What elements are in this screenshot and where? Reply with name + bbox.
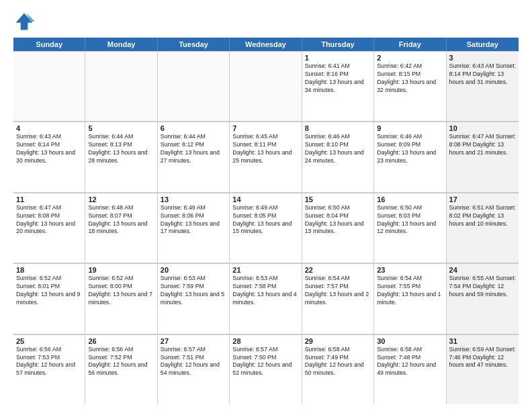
day-cell-31: 31Sunrise: 6:59 AM Sunset: 7:46 PM Dayli… [447, 334, 519, 404]
day-info: Sunrise: 6:46 AM Sunset: 8:09 PM Dayligh… [377, 133, 443, 165]
day-number: 26 [88, 337, 154, 345]
day-number: 17 [449, 195, 516, 203]
day-cell-2: 2Sunrise: 6:42 AM Sunset: 8:15 PM Daylig… [374, 51, 446, 121]
day-cell-11: 11Sunrise: 6:47 AM Sunset: 8:08 PM Dayli… [13, 193, 85, 263]
day-cell-21: 21Sunrise: 6:53 AM Sunset: 7:58 PM Dayli… [230, 263, 302, 333]
day-number: 30 [377, 337, 443, 345]
day-cell-10: 10Sunrise: 6:47 AM Sunset: 8:08 PM Dayli… [447, 122, 519, 191]
day-info: Sunrise: 6:55 AM Sunset: 7:54 PM Dayligh… [449, 275, 516, 299]
day-number: 16 [377, 195, 443, 203]
day-info: Sunrise: 6:49 AM Sunset: 8:05 PM Dayligh… [232, 204, 298, 236]
day-info: Sunrise: 6:47 AM Sunset: 8:08 PM Dayligh… [449, 133, 516, 157]
day-info: Sunrise: 6:44 AM Sunset: 8:12 PM Dayligh… [161, 133, 226, 165]
day-cell-18: 18Sunrise: 6:52 AM Sunset: 8:01 PM Dayli… [13, 263, 85, 333]
day-info: Sunrise: 6:43 AM Sunset: 8:14 PM Dayligh… [16, 133, 82, 165]
day-info: Sunrise: 6:57 AM Sunset: 7:50 PM Dayligh… [232, 346, 298, 378]
day-cell-22: 22Sunrise: 6:54 AM Sunset: 7:57 PM Dayli… [302, 263, 374, 333]
day-cell-16: 16Sunrise: 6:50 AM Sunset: 8:03 PM Dayli… [374, 193, 446, 263]
day-number: 15 [305, 195, 371, 203]
day-cell-20: 20Sunrise: 6:53 AM Sunset: 7:59 PM Dayli… [158, 263, 230, 333]
day-number: 18 [16, 266, 82, 274]
day-info: Sunrise: 6:44 AM Sunset: 8:13 PM Dayligh… [88, 133, 154, 165]
day-number: 10 [449, 124, 516, 132]
day-header-wednesday: Wednesday [230, 38, 302, 51]
day-info: Sunrise: 6:46 AM Sunset: 8:10 PM Dayligh… [305, 133, 371, 165]
day-cell-empty [13, 51, 85, 121]
day-info: Sunrise: 6:53 AM Sunset: 7:58 PM Dayligh… [232, 275, 298, 307]
page: SundayMondayTuesdayWednesdayThursdayFrid… [0, 0, 532, 411]
day-cell-1: 1Sunrise: 6:41 AM Sunset: 8:16 PM Daylig… [302, 51, 374, 121]
day-number: 6 [161, 124, 226, 132]
day-header-friday: Friday [374, 38, 446, 51]
day-cell-26: 26Sunrise: 6:56 AM Sunset: 7:52 PM Dayli… [85, 334, 157, 404]
day-number: 29 [305, 337, 371, 345]
day-info: Sunrise: 6:42 AM Sunset: 8:15 PM Dayligh… [377, 62, 443, 95]
day-number: 4 [16, 124, 82, 132]
day-number: 1 [305, 54, 371, 62]
day-header-monday: Monday [85, 38, 157, 51]
day-cell-25: 25Sunrise: 6:56 AM Sunset: 7:53 PM Dayli… [13, 334, 85, 404]
day-number: 31 [449, 337, 516, 345]
calendar-week-5: 25Sunrise: 6:56 AM Sunset: 7:53 PM Dayli… [13, 334, 519, 404]
day-cell-30: 30Sunrise: 6:58 AM Sunset: 7:48 PM Dayli… [374, 334, 446, 404]
calendar-week-4: 18Sunrise: 6:52 AM Sunset: 8:01 PM Dayli… [13, 263, 519, 334]
day-cell-5: 5Sunrise: 6:44 AM Sunset: 8:13 PM Daylig… [85, 122, 157, 191]
day-info: Sunrise: 6:58 AM Sunset: 7:49 PM Dayligh… [305, 346, 371, 378]
day-info: Sunrise: 6:50 AM Sunset: 8:03 PM Dayligh… [377, 204, 443, 236]
day-cell-24: 24Sunrise: 6:55 AM Sunset: 7:54 PM Dayli… [447, 263, 519, 333]
calendar: SundayMondayTuesdayWednesdayThursdayFrid… [13, 38, 519, 404]
day-info: Sunrise: 6:48 AM Sunset: 8:07 PM Dayligh… [88, 204, 154, 236]
day-cell-23: 23Sunrise: 6:54 AM Sunset: 7:55 PM Dayli… [374, 263, 446, 333]
day-header-saturday: Saturday [447, 38, 519, 51]
day-info: Sunrise: 6:52 AM Sunset: 8:01 PM Dayligh… [16, 275, 82, 307]
day-number: 28 [232, 337, 298, 345]
day-cell-9: 9Sunrise: 6:46 AM Sunset: 8:09 PM Daylig… [374, 122, 446, 191]
day-cell-19: 19Sunrise: 6:52 AM Sunset: 8:00 PM Dayli… [85, 263, 157, 333]
day-info: Sunrise: 6:51 AM Sunset: 8:02 PM Dayligh… [449, 204, 516, 228]
day-number: 5 [88, 124, 154, 132]
day-number: 3 [449, 54, 516, 62]
day-cell-27: 27Sunrise: 6:57 AM Sunset: 7:51 PM Dayli… [158, 334, 230, 404]
day-info: Sunrise: 6:53 AM Sunset: 7:59 PM Dayligh… [161, 275, 226, 307]
day-number: 9 [377, 124, 443, 132]
day-info: Sunrise: 6:50 AM Sunset: 8:04 PM Dayligh… [305, 204, 371, 236]
day-number: 8 [305, 124, 371, 132]
day-number: 25 [16, 337, 82, 345]
day-cell-15: 15Sunrise: 6:50 AM Sunset: 8:04 PM Dayli… [302, 193, 374, 263]
day-cell-14: 14Sunrise: 6:49 AM Sunset: 8:05 PM Dayli… [230, 193, 302, 263]
day-cell-7: 7Sunrise: 6:45 AM Sunset: 8:11 PM Daylig… [230, 122, 302, 191]
day-cell-empty [85, 51, 157, 121]
day-cell-29: 29Sunrise: 6:58 AM Sunset: 7:49 PM Dayli… [302, 334, 374, 404]
logo [13, 11, 38, 32]
day-cell-empty [158, 51, 230, 121]
calendar-week-3: 11Sunrise: 6:47 AM Sunset: 8:08 PM Dayli… [13, 193, 519, 263]
day-number: 2 [377, 54, 443, 62]
logo-icon [13, 11, 35, 32]
day-number: 14 [232, 195, 298, 203]
day-info: Sunrise: 6:56 AM Sunset: 7:53 PM Dayligh… [16, 346, 82, 378]
day-info: Sunrise: 6:43 AM Sunset: 8:14 PM Dayligh… [449, 62, 516, 87]
day-number: 19 [88, 266, 154, 274]
day-info: Sunrise: 6:49 AM Sunset: 8:06 PM Dayligh… [161, 204, 226, 236]
calendar-week-1: 1Sunrise: 6:41 AM Sunset: 8:16 PM Daylig… [13, 51, 519, 122]
day-info: Sunrise: 6:45 AM Sunset: 8:11 PM Dayligh… [232, 133, 298, 165]
day-info: Sunrise: 6:59 AM Sunset: 7:46 PM Dayligh… [449, 346, 516, 370]
day-cell-3: 3Sunrise: 6:43 AM Sunset: 8:14 PM Daylig… [447, 51, 519, 121]
day-cell-4: 4Sunrise: 6:43 AM Sunset: 8:14 PM Daylig… [13, 122, 85, 191]
day-cell-17: 17Sunrise: 6:51 AM Sunset: 8:02 PM Dayli… [447, 193, 519, 263]
day-info: Sunrise: 6:47 AM Sunset: 8:08 PM Dayligh… [16, 204, 82, 236]
day-cell-13: 13Sunrise: 6:49 AM Sunset: 8:06 PM Dayli… [158, 193, 230, 263]
svg-marker-0 [16, 13, 33, 30]
day-number: 24 [449, 266, 516, 274]
day-number: 20 [161, 266, 226, 274]
calendar-body: 1Sunrise: 6:41 AM Sunset: 8:16 PM Daylig… [13, 51, 519, 404]
day-info: Sunrise: 6:54 AM Sunset: 7:55 PM Dayligh… [377, 275, 443, 307]
day-info: Sunrise: 6:58 AM Sunset: 7:48 PM Dayligh… [377, 346, 443, 378]
calendar-header: SundayMondayTuesdayWednesdayThursdayFrid… [13, 38, 519, 51]
day-cell-6: 6Sunrise: 6:44 AM Sunset: 8:12 PM Daylig… [158, 122, 230, 191]
day-info: Sunrise: 6:57 AM Sunset: 7:51 PM Dayligh… [161, 346, 226, 378]
day-number: 21 [232, 266, 298, 274]
header [13, 11, 519, 32]
day-info: Sunrise: 6:52 AM Sunset: 8:00 PM Dayligh… [88, 275, 154, 307]
day-number: 22 [305, 266, 371, 274]
